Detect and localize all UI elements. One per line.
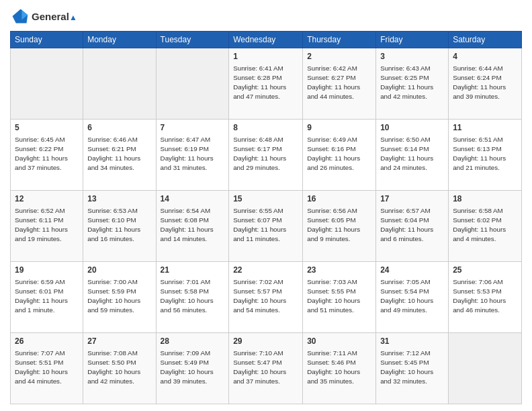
day-number: 25 — [453, 265, 517, 276]
weekday-header-thursday: Thursday — [303, 32, 376, 48]
day-number: 28 — [161, 336, 225, 347]
calendar-cell: 1Sunrise: 6:41 AM Sunset: 6:28 PM Daylig… — [229, 48, 303, 120]
day-info: Sunrise: 6:46 AM Sunset: 6:21 PM Dayligh… — [87, 135, 151, 173]
calendar-cell: 8Sunrise: 6:48 AM Sunset: 6:17 PM Daylig… — [229, 120, 303, 191]
day-info: Sunrise: 6:52 AM Sunset: 6:11 PM Dayligh… — [15, 206, 79, 244]
week-row-5: 26Sunrise: 7:07 AM Sunset: 5:51 PM Dayli… — [11, 333, 522, 404]
calendar-cell: 24Sunrise: 7:05 AM Sunset: 5:54 PM Dayli… — [376, 262, 449, 333]
header: General▲ — [10, 7, 522, 26]
day-number: 18 — [453, 193, 517, 205]
weekday-header-friday: Friday — [376, 32, 449, 48]
day-info: Sunrise: 7:08 AM Sunset: 5:50 PM Dayligh… — [87, 349, 151, 387]
day-number: 11 — [453, 122, 517, 134]
calendar-cell — [449, 333, 522, 404]
page: General▲ SundayMondayTuesdayWednesdayThu… — [0, 0, 532, 411]
calendar-cell: 27Sunrise: 7:08 AM Sunset: 5:50 PM Dayli… — [83, 333, 156, 404]
weekday-header-wednesday: Wednesday — [229, 32, 303, 48]
day-info: Sunrise: 6:53 AM Sunset: 6:10 PM Dayligh… — [87, 206, 151, 244]
day-info: Sunrise: 7:12 AM Sunset: 5:45 PM Dayligh… — [380, 349, 444, 387]
day-info: Sunrise: 6:50 AM Sunset: 6:14 PM Dayligh… — [380, 135, 444, 173]
weekday-header-tuesday: Tuesday — [156, 32, 229, 48]
calendar-cell: 7Sunrise: 6:47 AM Sunset: 6:19 PM Daylig… — [156, 120, 229, 191]
day-info: Sunrise: 6:54 AM Sunset: 6:08 PM Dayligh… — [161, 206, 225, 244]
calendar-cell: 30Sunrise: 7:11 AM Sunset: 5:46 PM Dayli… — [303, 333, 376, 404]
day-info: Sunrise: 7:10 AM Sunset: 5:47 PM Dayligh… — [233, 349, 298, 387]
day-number: 19 — [15, 265, 79, 276]
calendar-cell: 4Sunrise: 6:44 AM Sunset: 6:24 PM Daylig… — [449, 48, 522, 120]
weekday-header-saturday: Saturday — [449, 32, 522, 48]
calendar: SundayMondayTuesdayWednesdayThursdayFrid… — [10, 31, 522, 404]
day-number: 29 — [233, 336, 298, 347]
day-number: 17 — [380, 193, 444, 205]
week-row-1: 1Sunrise: 6:41 AM Sunset: 6:28 PM Daylig… — [11, 48, 522, 120]
day-number: 3 — [380, 51, 444, 62]
day-info: Sunrise: 6:44 AM Sunset: 6:24 PM Dayligh… — [453, 64, 517, 102]
calendar-cell: 12Sunrise: 6:52 AM Sunset: 6:11 PM Dayli… — [11, 191, 83, 262]
calendar-cell: 29Sunrise: 7:10 AM Sunset: 5:47 PM Dayli… — [229, 333, 303, 404]
day-number: 30 — [307, 336, 371, 347]
calendar-cell: 15Sunrise: 6:55 AM Sunset: 6:07 PM Dayli… — [229, 191, 303, 262]
day-number: 6 — [87, 122, 151, 134]
day-info: Sunrise: 7:09 AM Sunset: 5:49 PM Dayligh… — [161, 349, 225, 387]
day-info: Sunrise: 6:43 AM Sunset: 6:25 PM Dayligh… — [380, 64, 444, 102]
day-info: Sunrise: 6:51 AM Sunset: 6:13 PM Dayligh… — [453, 135, 517, 173]
day-info: Sunrise: 6:57 AM Sunset: 6:04 PM Dayligh… — [380, 206, 444, 244]
day-info: Sunrise: 6:48 AM Sunset: 6:17 PM Dayligh… — [233, 135, 298, 173]
calendar-cell: 26Sunrise: 7:07 AM Sunset: 5:51 PM Dayli… — [11, 333, 83, 404]
calendar-cell: 17Sunrise: 6:57 AM Sunset: 6:04 PM Dayli… — [376, 191, 449, 262]
day-number: 15 — [233, 193, 298, 205]
day-info: Sunrise: 6:41 AM Sunset: 6:28 PM Dayligh… — [233, 64, 298, 102]
day-number: 23 — [307, 265, 371, 276]
calendar-cell: 20Sunrise: 7:00 AM Sunset: 5:59 PM Dayli… — [83, 262, 156, 333]
calendar-cell — [83, 48, 156, 120]
calendar-cell: 11Sunrise: 6:51 AM Sunset: 6:13 PM Dayli… — [449, 120, 522, 191]
calendar-cell: 3Sunrise: 6:43 AM Sunset: 6:25 PM Daylig… — [376, 48, 449, 120]
day-info: Sunrise: 7:01 AM Sunset: 5:58 PM Dayligh… — [161, 277, 225, 316]
logo-text: General▲ — [32, 11, 77, 22]
calendar-cell: 22Sunrise: 7:02 AM Sunset: 5:57 PM Dayli… — [229, 262, 303, 333]
week-row-2: 5Sunrise: 6:45 AM Sunset: 6:22 PM Daylig… — [11, 120, 522, 191]
calendar-cell: 19Sunrise: 6:59 AM Sunset: 6:01 PM Dayli… — [11, 262, 83, 333]
day-info: Sunrise: 7:07 AM Sunset: 5:51 PM Dayligh… — [15, 349, 79, 387]
day-number: 2 — [307, 51, 371, 62]
calendar-cell: 23Sunrise: 7:03 AM Sunset: 5:55 PM Dayli… — [303, 262, 376, 333]
weekday-header-sunday: Sunday — [11, 32, 83, 48]
day-info: Sunrise: 6:55 AM Sunset: 6:07 PM Dayligh… — [233, 206, 298, 244]
day-info: Sunrise: 6:59 AM Sunset: 6:01 PM Dayligh… — [15, 277, 79, 316]
day-number: 26 — [15, 336, 79, 347]
calendar-cell: 6Sunrise: 6:46 AM Sunset: 6:21 PM Daylig… — [83, 120, 156, 191]
day-number: 5 — [15, 122, 79, 134]
day-number: 14 — [161, 193, 225, 205]
day-number: 27 — [87, 336, 151, 347]
day-info: Sunrise: 7:03 AM Sunset: 5:55 PM Dayligh… — [307, 277, 371, 316]
day-info: Sunrise: 7:06 AM Sunset: 5:53 PM Dayligh… — [453, 277, 517, 316]
day-info: Sunrise: 6:47 AM Sunset: 6:19 PM Dayligh… — [161, 135, 225, 173]
day-number: 24 — [380, 265, 444, 276]
day-info: Sunrise: 7:05 AM Sunset: 5:54 PM Dayligh… — [380, 277, 444, 316]
day-info: Sunrise: 7:00 AM Sunset: 5:59 PM Dayligh… — [87, 277, 151, 316]
day-number: 7 — [161, 122, 225, 134]
calendar-cell: 25Sunrise: 7:06 AM Sunset: 5:53 PM Dayli… — [449, 262, 522, 333]
day-number: 1 — [233, 51, 298, 62]
calendar-cell — [11, 48, 83, 120]
weekday-header-monday: Monday — [83, 32, 156, 48]
day-info: Sunrise: 6:56 AM Sunset: 6:05 PM Dayligh… — [307, 206, 371, 244]
calendar-cell: 14Sunrise: 6:54 AM Sunset: 6:08 PM Dayli… — [156, 191, 229, 262]
day-number: 21 — [161, 265, 225, 276]
week-row-4: 19Sunrise: 6:59 AM Sunset: 6:01 PM Dayli… — [11, 262, 522, 333]
day-number: 12 — [15, 193, 79, 205]
day-number: 31 — [380, 336, 444, 347]
day-info: Sunrise: 6:42 AM Sunset: 6:27 PM Dayligh… — [307, 64, 371, 102]
day-number: 13 — [87, 193, 151, 205]
calendar-cell: 13Sunrise: 6:53 AM Sunset: 6:10 PM Dayli… — [83, 191, 156, 262]
calendar-cell — [156, 48, 229, 120]
day-number: 22 — [233, 265, 298, 276]
weekday-header-row: SundayMondayTuesdayWednesdayThursdayFrid… — [11, 32, 522, 48]
day-number: 20 — [87, 265, 151, 276]
calendar-cell: 16Sunrise: 6:56 AM Sunset: 6:05 PM Dayli… — [303, 191, 376, 262]
day-info: Sunrise: 7:02 AM Sunset: 5:57 PM Dayligh… — [233, 277, 298, 316]
day-number: 10 — [380, 122, 444, 134]
calendar-cell: 9Sunrise: 6:49 AM Sunset: 6:16 PM Daylig… — [303, 120, 376, 191]
calendar-cell: 18Sunrise: 6:58 AM Sunset: 6:02 PM Dayli… — [449, 191, 522, 262]
day-info: Sunrise: 6:58 AM Sunset: 6:02 PM Dayligh… — [453, 206, 517, 244]
